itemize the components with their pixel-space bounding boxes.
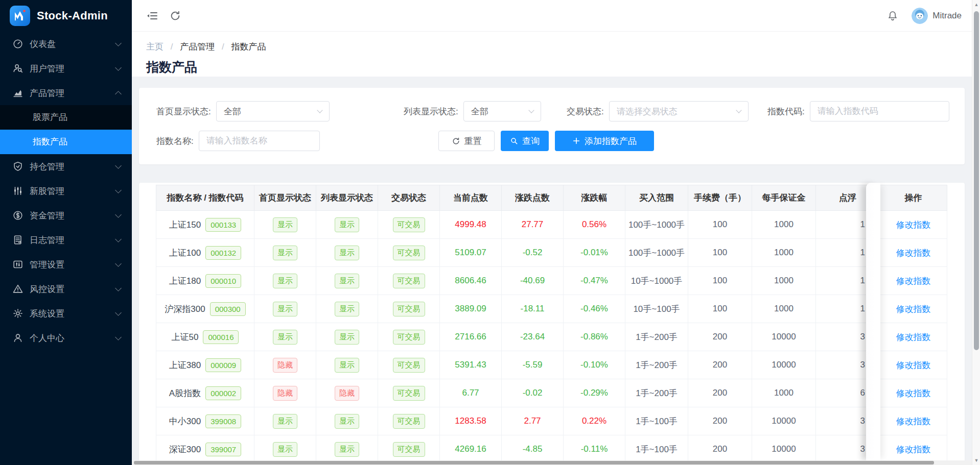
filter-trade-status: 交易状态: 请选择交易状态 bbox=[567, 101, 749, 121]
edit-index-link[interactable]: 修改指数 bbox=[896, 220, 931, 230]
sidebar-item-positions[interactable]: 持仓管理 bbox=[0, 154, 132, 179]
sidebar-item-system[interactable]: 系统设置 bbox=[0, 301, 132, 326]
status-badge: 可交易 bbox=[393, 386, 425, 401]
index-code-badge: 399007 bbox=[205, 443, 241, 456]
sidebar-submenu-products: 股票产品指数产品 bbox=[0, 105, 132, 154]
sidebar-item-funds[interactable]: 资金管理 bbox=[0, 203, 132, 228]
edit-index-link[interactable]: 修改指数 bbox=[896, 417, 931, 426]
status-badge: 可交易 bbox=[393, 442, 425, 457]
index-code-badge: 000132 bbox=[205, 246, 241, 260]
sidebar-item-dashboard[interactable]: 仪表盘 bbox=[0, 32, 132, 56]
sidebar-item-label: 管理设置 bbox=[30, 259, 116, 271]
change-points: -23.64 bbox=[520, 332, 545, 341]
margin-per-lot: 1000 bbox=[752, 379, 816, 407]
sidebar-item-admin-settings[interactable]: 管理设置 bbox=[0, 252, 132, 277]
edit-index-link[interactable]: 修改指数 bbox=[896, 388, 931, 398]
sidebar-item-label: 新股管理 bbox=[30, 185, 116, 197]
profile-icon bbox=[12, 332, 24, 344]
home-status-label: 首页显示状态: bbox=[156, 106, 211, 117]
chevron-down-icon bbox=[115, 187, 122, 193]
index-code-badge: 000133 bbox=[205, 218, 241, 232]
trade-status-select[interactable]: 请选择交易状态 bbox=[609, 101, 749, 121]
current-points: 5109.07 bbox=[455, 248, 486, 257]
index-code-badge: 000016 bbox=[203, 330, 239, 344]
add-index-product-button[interactable]: 添加指数产品 bbox=[555, 131, 654, 151]
sidebar-item-label: 系统设置 bbox=[30, 308, 116, 320]
list-status-select[interactable]: 全部 bbox=[463, 101, 541, 121]
search-button[interactable]: 查询 bbox=[501, 131, 549, 151]
buy-range: 1手~100手 bbox=[625, 435, 688, 463]
horizontal-scrollbar[interactable] bbox=[132, 460, 972, 465]
fee-per-lot: 100 bbox=[688, 267, 752, 295]
home-status-select[interactable]: 全部 bbox=[216, 101, 330, 121]
sidebar-subitem[interactable]: 股票产品 bbox=[0, 105, 132, 130]
vertical-scrollbar[interactable]: ▲ ▼ bbox=[972, 0, 980, 465]
sidebar-item-users[interactable]: 用户管理 bbox=[0, 56, 132, 81]
filter-list-status: 列表显示状态: 全部 bbox=[404, 101, 541, 121]
trade-status-label: 交易状态: bbox=[567, 106, 604, 117]
chevron-down-icon bbox=[736, 107, 741, 113]
edit-index-link[interactable]: 修改指数 bbox=[896, 445, 931, 454]
index-name-input[interactable] bbox=[199, 131, 320, 151]
buy-range: 100手~1000手 bbox=[625, 211, 688, 239]
reset-button[interactable]: 重置 bbox=[438, 131, 495, 151]
index-name: 上证380 bbox=[169, 360, 201, 370]
newstock-icon bbox=[12, 185, 24, 197]
status-badge: 显示 bbox=[273, 217, 297, 232]
app-logo[interactable]: Stock-Admin bbox=[0, 0, 132, 32]
user-avatar[interactable] bbox=[912, 8, 928, 24]
sidebar-item-products[interactable]: 产品管理 bbox=[0, 81, 132, 105]
sidebar-item-label: 持仓管理 bbox=[30, 161, 116, 173]
edit-index-link[interactable]: 修改指数 bbox=[896, 248, 931, 258]
change-percent: -0.11% bbox=[581, 444, 608, 454]
plus-icon bbox=[572, 137, 580, 145]
chevron-down-icon bbox=[115, 162, 122, 169]
sidebar-item-label: 日志管理 bbox=[30, 234, 116, 246]
column-header: 操作 bbox=[880, 185, 947, 211]
scroll-up-arrow-icon[interactable]: ▲ bbox=[972, 2, 980, 7]
sidebar-item-profile[interactable]: 个人中心 bbox=[0, 326, 132, 350]
edit-index-link[interactable]: 修改指数 bbox=[896, 304, 931, 314]
fee-per-lot: 200 bbox=[688, 323, 752, 351]
index-code-badge: 000010 bbox=[205, 274, 241, 288]
status-badge: 显示 bbox=[273, 274, 297, 288]
change-percent: -0.46% bbox=[580, 304, 608, 313]
status-badge: 显示 bbox=[335, 246, 359, 260]
chevron-down-icon bbox=[115, 285, 122, 291]
column-header: 每手保证金 bbox=[752, 185, 816, 211]
table-row: 沪深指300000300显示显示可交易3889.09-18.11-0.46%10… bbox=[156, 295, 947, 323]
breadcrumb-product-management[interactable]: 产品管理 bbox=[180, 42, 215, 52]
breadcrumb-current: 指数产品 bbox=[231, 42, 266, 52]
chevron-down-icon bbox=[528, 107, 534, 113]
sidebar-subitem-active[interactable]: 指数产品 bbox=[0, 130, 132, 154]
sidebar-item-logs[interactable]: 日志管理 bbox=[0, 228, 132, 252]
scroll-down-arrow-icon[interactable]: ▼ bbox=[972, 458, 980, 463]
vertical-scrollbar-thumb[interactable] bbox=[974, 11, 979, 350]
username[interactable]: Mitrade bbox=[932, 11, 962, 21]
status-badge: 显示 bbox=[335, 442, 359, 457]
index-name-label: 指数名称: bbox=[156, 135, 194, 147]
table-row: 中小300399008显示显示可交易1283.582.770.22%1手~100… bbox=[156, 407, 947, 435]
notification-bell-icon[interactable] bbox=[887, 10, 898, 21]
sidebar-item-risk[interactable]: 风控设置 bbox=[0, 277, 132, 301]
edit-index-link[interactable]: 修改指数 bbox=[896, 276, 931, 286]
breadcrumb-separator: / bbox=[171, 42, 173, 52]
edit-index-link[interactable]: 修改指数 bbox=[896, 332, 931, 342]
column-header: 当前点数 bbox=[440, 185, 502, 211]
refresh-icon[interactable] bbox=[170, 10, 181, 21]
horizontal-scrollbar-thumb[interactable] bbox=[134, 461, 934, 464]
column-header: 指数名称 / 指数代码 bbox=[156, 185, 254, 211]
index-code-input[interactable] bbox=[810, 101, 949, 121]
buy-range: 1手~100手 bbox=[625, 407, 688, 435]
edit-index-link[interactable]: 修改指数 bbox=[896, 360, 931, 370]
collapse-sidebar-icon[interactable] bbox=[146, 10, 158, 22]
status-badge: 隐藏 bbox=[273, 358, 297, 373]
change-percent: 0.56% bbox=[582, 219, 606, 229]
page-head: 主页 / 产品管理 / 指数产品 指数产品 bbox=[132, 32, 980, 77]
sidebar-item-newstock[interactable]: 新股管理 bbox=[0, 179, 132, 203]
table-row: 上证380000009隐藏显示可交易5391.43-5.59-0.10%1手~2… bbox=[156, 351, 947, 379]
buy-range: 10手~100手 bbox=[625, 295, 688, 323]
sidebar-item-label: 风控设置 bbox=[30, 283, 116, 295]
fee-per-lot: 100 bbox=[688, 211, 752, 239]
breadcrumb-home[interactable]: 主页 bbox=[146, 42, 164, 52]
